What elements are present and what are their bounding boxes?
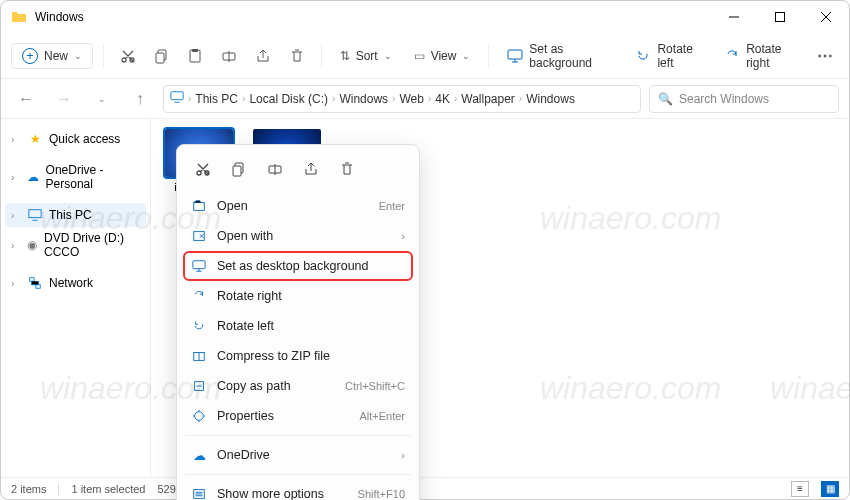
svg-rect-0 <box>776 13 785 22</box>
rename-button[interactable] <box>215 40 243 72</box>
sidebar-item-label: Network <box>49 276 93 290</box>
rotate-right-button[interactable]: Rotate right <box>716 38 805 74</box>
svg-rect-4 <box>192 49 198 52</box>
ctx-delete-button[interactable] <box>333 155 361 183</box>
ctx-copy-path[interactable]: Copy as pathCtrl+Shift+C <box>183 371 413 401</box>
svg-rect-7 <box>171 92 183 100</box>
cut-button[interactable] <box>114 40 142 72</box>
share-button[interactable] <box>249 40 277 72</box>
status-count: 2 items <box>11 483 46 495</box>
breadcrumb[interactable]: › This PC› Local Disk (C:)› Windows› Web… <box>163 85 641 113</box>
rotate-right-icon <box>191 288 207 304</box>
new-button-label: New <box>44 49 68 63</box>
ctx-onedrive[interactable]: ☁OneDrive› <box>183 440 413 470</box>
pc-icon <box>170 90 184 107</box>
search-input[interactable]: 🔍 Search Windows <box>649 85 839 113</box>
path-icon <box>191 378 207 394</box>
sidebar-item-label: This PC <box>49 208 92 222</box>
ctx-label: Rotate right <box>217 289 405 303</box>
rotate-left-icon <box>191 318 207 334</box>
breadcrumb-item[interactable]: This PC <box>195 92 238 106</box>
ctx-properties[interactable]: PropertiesAlt+Enter <box>183 401 413 431</box>
address-row: ← → ⌄ ↑ › This PC› Local Disk (C:)› Wind… <box>1 79 849 119</box>
ctx-share-button[interactable] <box>297 155 325 183</box>
svg-rect-9 <box>30 278 34 282</box>
ctx-accel: Ctrl+Shift+C <box>345 380 405 392</box>
cloud-icon: ☁ <box>26 169 40 185</box>
cloud-icon: ☁ <box>191 447 207 463</box>
sidebar-item-label: Quick access <box>49 132 120 146</box>
ctx-copy-button[interactable] <box>225 155 253 183</box>
ctx-open[interactable]: OpenEnter <box>183 191 413 221</box>
ctx-set-desktop-background[interactable]: Set as desktop background <box>183 251 413 281</box>
up-button[interactable]: ↑ <box>125 84 155 114</box>
set-bg-label: Set as background <box>529 42 613 70</box>
ctx-label: Properties <box>217 409 349 423</box>
maximize-button[interactable] <box>757 1 803 33</box>
sidebar-item-onedrive[interactable]: ›☁OneDrive - Personal <box>5 159 146 195</box>
ctx-label: Compress to ZIP file <box>217 349 405 363</box>
sidebar-item-quick-access[interactable]: ›★Quick access <box>5 127 146 151</box>
window-title: Windows <box>35 10 84 24</box>
sidebar-item-dvd[interactable]: ›◉DVD Drive (D:) CCCO <box>5 227 146 263</box>
ctx-accel: Shift+F10 <box>358 488 405 500</box>
set-background-button[interactable]: Set as background <box>499 38 621 74</box>
breadcrumb-item[interactable]: Local Disk (C:) <box>249 92 328 106</box>
sort-label: Sort <box>356 49 378 63</box>
svg-point-19 <box>195 412 204 421</box>
ctx-show-more[interactable]: Show more optionsShift+F10 <box>183 479 413 500</box>
ctx-cut-button[interactable] <box>189 155 217 183</box>
view-icon: ▭ <box>414 49 425 63</box>
breadcrumb-item[interactable]: Windows <box>339 92 388 106</box>
svg-rect-2 <box>156 53 164 63</box>
forward-button[interactable]: → <box>49 84 79 114</box>
thumbnails-view-button[interactable]: ▦ <box>821 481 839 497</box>
rotate-right-icon <box>724 48 740 64</box>
breadcrumb-item[interactable]: Web <box>399 92 423 106</box>
copy-button[interactable] <box>148 40 176 72</box>
details-view-button[interactable]: ≡ <box>791 481 809 497</box>
svg-rect-14 <box>194 203 205 211</box>
chevron-down-icon: ⌄ <box>74 51 82 61</box>
open-icon <box>191 198 207 214</box>
rotate-left-label: Rotate left <box>657 42 702 70</box>
paste-button[interactable] <box>182 40 210 72</box>
recent-button[interactable]: ⌄ <box>87 84 117 114</box>
chevron-right-icon: › <box>401 230 405 242</box>
svg-rect-8 <box>29 210 41 218</box>
sidebar-item-label: DVD Drive (D:) CCCO <box>44 231 140 259</box>
delete-button[interactable] <box>283 40 311 72</box>
properties-icon <box>191 408 207 424</box>
new-button[interactable]: + New ⌄ <box>11 43 93 69</box>
view-label: View <box>431 49 457 63</box>
ctx-rotate-right[interactable]: Rotate right <box>183 281 413 311</box>
ctx-rotate-left[interactable]: Rotate left <box>183 311 413 341</box>
view-button[interactable]: ▭ View ⌄ <box>406 45 479 67</box>
sort-button[interactable]: ⇅ Sort ⌄ <box>332 45 400 67</box>
ctx-label: Open with <box>217 229 391 243</box>
breadcrumb-item[interactable]: Windows <box>526 92 575 106</box>
titlebar: Windows <box>1 1 849 33</box>
more-button[interactable]: ⋯ <box>811 40 839 72</box>
ctx-label: Show more options <box>217 487 348 500</box>
rotate-right-label: Rotate right <box>746 42 797 70</box>
back-button[interactable]: ← <box>11 84 41 114</box>
rotate-left-icon <box>635 48 651 64</box>
ctx-label: Open <box>217 199 369 213</box>
ctx-open-with[interactable]: Open with› <box>183 221 413 251</box>
statusbar: 2 items 1 item selected 529 KB ≡ ▦ <box>1 477 849 499</box>
breadcrumb-item[interactable]: 4K <box>435 92 450 106</box>
ctx-rename-button[interactable] <box>261 155 289 183</box>
star-icon: ★ <box>27 131 43 147</box>
chevron-right-icon: › <box>401 449 405 461</box>
ctx-label: Rotate left <box>217 319 405 333</box>
close-button[interactable] <box>803 1 849 33</box>
desktop-icon <box>507 48 523 64</box>
minimize-button[interactable] <box>711 1 757 33</box>
rotate-left-button[interactable]: Rotate left <box>627 38 710 74</box>
ctx-compress-zip[interactable]: Compress to ZIP file <box>183 341 413 371</box>
sidebar-item-this-pc[interactable]: ›This PC <box>5 203 146 227</box>
breadcrumb-item[interactable]: Wallpaper <box>461 92 515 106</box>
ctx-accel: Enter <box>379 200 405 212</box>
sidebar-item-network[interactable]: ›Network <box>5 271 146 295</box>
